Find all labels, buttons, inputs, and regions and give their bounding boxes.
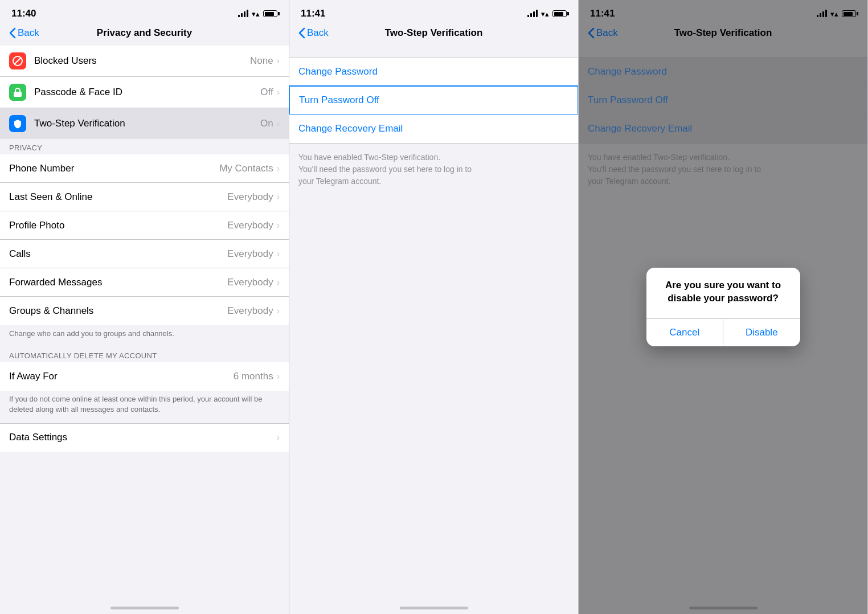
last-seen-value: Everybody <box>227 191 273 203</box>
battery-icon-1 <box>263 10 277 17</box>
two-step-menu-1: Change Password Turn Password Off Change… <box>289 57 578 144</box>
two-step-item[interactable]: Two-Step Verification On › <box>0 108 289 139</box>
change-password-item-1[interactable]: Change Password <box>289 58 578 86</box>
forwarded-messages-label: Forwarded Messages <box>9 277 227 288</box>
blocked-users-value: None <box>250 55 273 67</box>
chevron-icon: › <box>277 277 280 288</box>
blocked-users-label: Blocked Users <box>34 55 250 67</box>
groups-channels-item[interactable]: Groups & Channels Everybody › <box>0 297 289 325</box>
last-seen-item[interactable]: Last Seen & Online Everybody › <box>0 183 289 211</box>
dialog-overlay: Are you sure you want to disable your pa… <box>579 0 867 614</box>
status-bar-2: 11:41 ▾▴ <box>289 0 578 23</box>
nav-bar-2: Back Two-Step Verification <box>289 23 578 46</box>
chevron-icon: › <box>277 220 280 231</box>
chevron-icon: › <box>277 192 280 202</box>
svg-rect-2 <box>14 92 22 97</box>
if-away-item[interactable]: If Away For 6 months › <box>0 362 289 391</box>
home-indicator-2 <box>400 607 468 609</box>
passcode-item[interactable]: Passcode & Face ID Off › <box>0 77 289 108</box>
chevron-icon: › <box>277 306 280 316</box>
battery-icon-2 <box>552 10 567 17</box>
dialog-buttons: Cancel Disable <box>646 318 800 346</box>
two-step-value: On <box>260 118 273 129</box>
two-step-description-1: You have enabled Two-Step verification.Y… <box>289 144 578 195</box>
privacy-header: PRIVACY <box>0 139 289 154</box>
if-away-label: If Away For <box>9 371 234 382</box>
signal-icon-1 <box>238 10 248 17</box>
calls-label: Calls <box>9 248 227 260</box>
chevron-icon: › <box>277 87 280 97</box>
chevron-icon: › <box>277 163 280 174</box>
dialog-title: Are you sure you want to disable your pa… <box>646 268 800 309</box>
privacy-footer: Change who can add you to groups and cha… <box>0 325 289 347</box>
security-section: Blocked Users None › Passcode & Face ID … <box>0 46 289 139</box>
if-away-value: 6 months <box>234 371 273 382</box>
profile-photo-value: Everybody <box>227 220 273 231</box>
blocked-users-item[interactable]: Blocked Users None › <box>0 46 289 77</box>
forwarded-messages-item[interactable]: Forwarded Messages Everybody › <box>0 268 289 297</box>
home-indicator-1 <box>110 607 179 609</box>
turn-password-off-item-1[interactable]: Turn Password Off <box>289 85 579 115</box>
forwarded-messages-value: Everybody <box>227 277 273 288</box>
chevron-icon: › <box>277 371 280 382</box>
privacy-section: Phone Number My Contacts › Last Seen & O… <box>0 154 289 325</box>
profile-photo-label: Profile Photo <box>9 220 227 231</box>
back-button-2[interactable]: Back <box>298 27 329 39</box>
change-recovery-email-item-1[interactable]: Change Recovery Email <box>289 114 578 143</box>
passcode-label: Passcode & Face ID <box>34 87 260 98</box>
signal-icon-2 <box>527 10 538 17</box>
panel-two-step-2: 11:41 ▾▴ Back Two-Step Verification C <box>579 0 868 614</box>
disable-button[interactable]: Disable <box>723 319 800 346</box>
calls-item[interactable]: Calls Everybody › <box>0 240 289 268</box>
change-recovery-email-label-1: Change Recovery Email <box>298 123 403 134</box>
phone-number-value: My Contacts <box>219 163 273 174</box>
status-bar-1: 11:40 ▾▴ <box>0 0 289 23</box>
page-title-1: Privacy and Security <box>97 27 192 39</box>
groups-channels-value: Everybody <box>227 305 273 317</box>
last-seen-label: Last Seen & Online <box>9 191 227 203</box>
change-password-label-1: Change Password <box>298 66 378 77</box>
profile-photo-item[interactable]: Profile Photo Everybody › <box>0 211 289 240</box>
svg-line-1 <box>14 58 21 64</box>
chevron-icon: › <box>277 432 280 443</box>
confirm-dialog: Are you sure you want to disable your pa… <box>646 268 800 346</box>
data-settings-label: Data Settings <box>9 432 277 443</box>
page-title-2: Two-Step Verification <box>385 27 483 39</box>
nav-bar-1: Back Privacy and Security <box>0 23 289 46</box>
two-step-icon <box>9 115 26 132</box>
wifi-icon-2: ▾▴ <box>541 10 549 18</box>
passcode-icon <box>9 84 26 101</box>
chevron-icon: › <box>277 118 280 129</box>
two-step-label: Two-Step Verification <box>34 118 260 129</box>
status-icons-2: ▾▴ <box>527 10 567 18</box>
calls-value: Everybody <box>227 248 273 260</box>
cancel-button[interactable]: Cancel <box>646 319 723 346</box>
panel-two-step-1: 11:41 ▾▴ Back Two-Step Verification Chan <box>289 0 579 614</box>
wifi-icon-1: ▾▴ <box>252 10 260 18</box>
status-time-1: 11:40 <box>11 8 36 19</box>
data-settings-section: Data Settings › <box>0 423 289 452</box>
data-settings-item[interactable]: Data Settings › <box>0 423 289 452</box>
chevron-icon: › <box>277 56 280 66</box>
phone-number-item[interactable]: Phone Number My Contacts › <box>0 154 289 183</box>
turn-password-off-label-1: Turn Password Off <box>299 95 379 106</box>
status-icons-1: ▾▴ <box>238 10 277 18</box>
panel-privacy-security: 11:40 ▾▴ Back Privacy and Security <box>0 0 289 614</box>
chevron-icon: › <box>277 249 280 259</box>
auto-delete-section: If Away For 6 months › <box>0 362 289 391</box>
auto-delete-footer: If you do not come online at least once … <box>0 391 289 423</box>
passcode-value: Off <box>260 87 273 98</box>
back-button-1[interactable]: Back <box>9 27 39 39</box>
phone-number-label: Phone Number <box>9 163 219 174</box>
auto-delete-header: AUTOMATICALLY DELETE MY ACCOUNT <box>0 347 289 362</box>
blocked-users-icon <box>9 52 26 69</box>
groups-channels-label: Groups & Channels <box>9 305 227 317</box>
status-time-2: 11:41 <box>301 8 325 19</box>
